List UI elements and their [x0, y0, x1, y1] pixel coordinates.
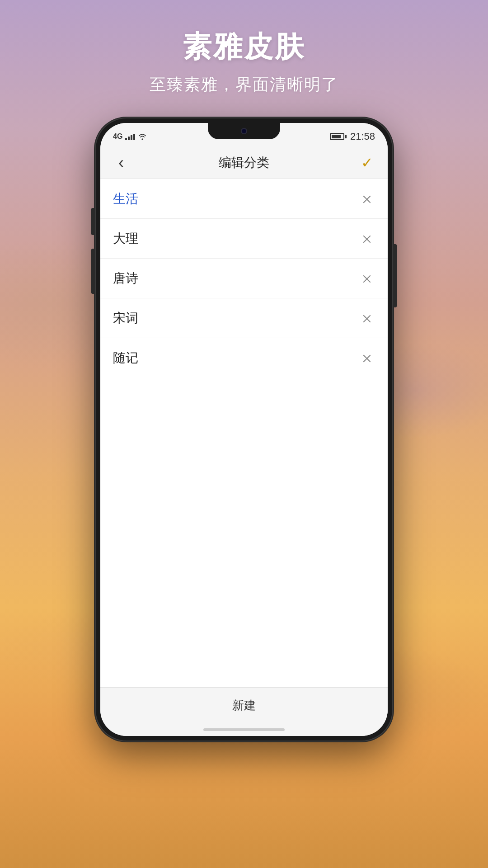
delete-category-5[interactable] — [359, 350, 375, 366]
category-name-5: 随记 — [113, 349, 138, 367]
volume-down-button — [91, 249, 94, 294]
volume-up-button — [91, 208, 94, 235]
signal-bars — [125, 133, 135, 140]
wifi-icon — [138, 133, 147, 140]
category-name-3: 唐诗 — [113, 270, 138, 287]
close-x-icon-4 — [362, 313, 372, 323]
delete-category-1[interactable] — [359, 191, 375, 207]
category-name-1: 生活 — [113, 190, 138, 208]
main-title: 素雅皮肤 — [0, 27, 488, 66]
phone-screen: 4G — [100, 123, 388, 736]
delete-category-3[interactable] — [359, 270, 375, 287]
time-display: 21:58 — [350, 131, 375, 142]
category-item-3[interactable]: 唐诗 — [100, 259, 388, 298]
delete-category-4[interactable] — [359, 310, 375, 326]
category-item-2[interactable]: 大理 — [100, 219, 388, 259]
category-item-5[interactable]: 随记 — [100, 338, 388, 378]
phone-frame: 4G — [95, 118, 393, 741]
delete-category-2[interactable] — [359, 231, 375, 247]
status-left: 4G — [113, 132, 147, 141]
new-category-button[interactable]: 新建 — [232, 698, 256, 713]
home-indicator — [100, 723, 388, 736]
category-name-4: 宋词 — [113, 310, 138, 327]
category-item-4[interactable]: 宋词 — [100, 298, 388, 338]
app-header: ‹ 编辑分类 ✓ — [100, 146, 388, 179]
category-item-1[interactable]: 生活 — [100, 179, 388, 219]
page-title-section: 素雅皮肤 至臻素雅，界面清晰明了 — [0, 27, 488, 96]
close-x-icon-5 — [362, 353, 372, 363]
close-x-icon-3 — [362, 274, 372, 283]
back-button[interactable]: ‹ — [111, 153, 131, 173]
home-bar — [203, 728, 285, 731]
front-camera — [241, 128, 247, 134]
subtitle: 至臻素雅，界面清晰明了 — [0, 74, 488, 96]
notch — [208, 123, 280, 139]
power-button — [394, 244, 397, 307]
category-name-2: 大理 — [113, 230, 138, 247]
close-x-icon-2 — [362, 234, 372, 244]
signal-4g-label: 4G — [113, 132, 122, 141]
header-title: 编辑分类 — [131, 154, 357, 171]
confirm-button[interactable]: ✓ — [357, 153, 377, 173]
close-x-icon-1 — [362, 194, 372, 204]
category-list: 生活 大理 唐诗 宋词 — [100, 179, 388, 687]
status-right: 21:58 — [330, 131, 375, 142]
bottom-bar: 新建 — [100, 687, 388, 723]
battery-indicator — [330, 133, 347, 140]
